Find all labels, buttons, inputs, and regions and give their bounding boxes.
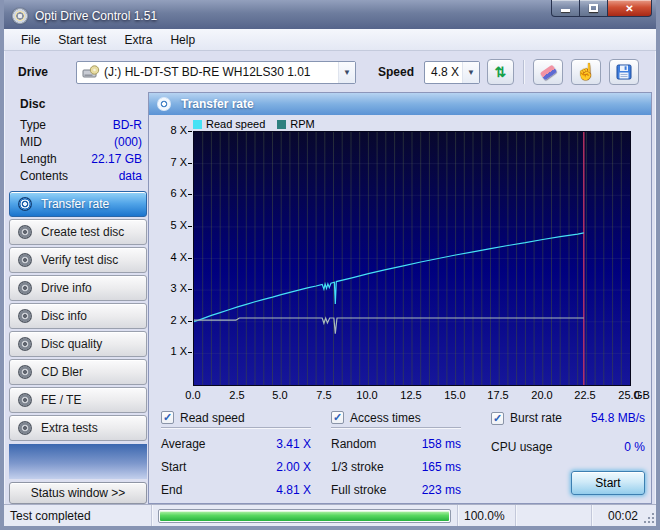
read-speed-swatch [193,120,202,129]
x-tick-20-0: 20.0 [531,389,552,401]
title-bar[interactable]: Opti Drive Control 1.51 ✕ [4,0,656,29]
x-tick-0-0: 0.0 [185,389,200,401]
erase-disc-button[interactable] [533,59,563,85]
sidebar-item-drive-info[interactable]: Drive info [9,275,147,301]
access-times-label: Access times [350,411,421,425]
toolbar: Drive (J:) HL-DT-ST BD-RE WH12LS30 1.01 … [4,52,656,92]
read-speed-checkbox[interactable]: ✓ [161,411,174,424]
sidebar-item-disc-info[interactable]: Disc info [9,303,147,329]
save-button[interactable] [609,59,639,85]
disc-icon [18,197,32,211]
minimize-button[interactable] [551,0,580,17]
maximize-button[interactable] [580,0,607,17]
speed-value: 4.8 X [431,65,459,79]
access-times-checkbox[interactable]: ✓ [331,411,344,424]
stat-random: Random 158 ms [331,428,461,451]
x-tick-2-5: 2.5 [229,389,244,401]
resize-grip[interactable] [644,505,656,526]
sidebar-item-transfer-rate[interactable]: Transfer rate [9,191,147,217]
x-tick-10-0: 10.0 [356,389,377,401]
app-window: Opti Drive Control 1.51 ✕ FileStart test… [0,0,660,530]
progress-percent: 100.0% [458,505,516,526]
access-times-stats: ✓ Access times Random 158 ms 1/3 stroke … [331,408,461,497]
eject-button[interactable]: ☝ [571,59,601,85]
start-button[interactable]: Start [571,471,645,495]
y-tick-5-x: 5 X [149,219,187,231]
sidebar-item-extra-tests[interactable]: Extra tests [9,415,147,441]
menu-bar: FileStart testExtraHelp [4,29,656,51]
transfer-rate-chart [194,132,630,385]
disc-info-type: Type BD-R [20,116,142,133]
stat-full-stroke: Full stroke 223 ms [331,474,461,497]
drive-select[interactable]: (J:) HL-DT-ST BD-RE WH12LS30 1.01 ▼ [76,61,356,84]
x-tick-22-5: 22.5 [574,389,595,401]
disc-icon [18,393,32,407]
stat-average: Average 3.41 X [161,428,311,451]
sidebar-item-cd-bler[interactable]: CD Bler [9,359,147,385]
sidebar-item-fe-te[interactable]: FE / TE [9,387,147,413]
sidebar-item-create-test-disc[interactable]: Create test disc [9,219,147,245]
transfer-rate-icon [157,97,171,111]
minimize-icon [561,9,570,12]
hand-icon: ☝ [576,64,596,80]
stat-1-3-stroke: 1/3 stroke 165 ms [331,451,461,474]
legend-rpm: RPM [277,118,314,130]
x-tick-12-5: 12.5 [400,389,421,401]
disc-info-mid: MID (000) [20,133,142,150]
drive-value: (J:) HL-DT-ST BD-RE WH12LS30 1.01 [104,65,311,79]
sidebar-filler [9,444,147,479]
menu-help[interactable]: Help [161,31,204,49]
panel-title: Transfer rate [181,97,254,111]
burst-rate-checkbox[interactable]: ✓ [491,412,504,425]
burst-stats: ✓ Burst rate 54.8 MB/s CPU usage 0 % [491,408,645,454]
y-tick-1-x: 1 X [149,345,187,357]
client-area: FileStart testExtraHelp Drive (J:) HL-DT… [4,29,656,526]
disc-icon [18,253,32,267]
stat-end: End 4.81 X [161,474,311,497]
window-title: Opti Drive Control 1.51 [35,9,157,23]
disc-info-contents: Contents data [20,167,142,184]
close-button[interactable]: ✕ [607,0,652,17]
x-axis-unit: GB [634,389,650,401]
disc-info-length: Length 22.17 GB [20,150,142,167]
menu-start-test[interactable]: Start test [49,31,115,49]
app-disc-icon [12,8,28,24]
close-icon: ✕ [625,3,633,14]
y-tick-8-x: 8 X [149,124,187,136]
cpu-usage-label: CPU usage [491,440,552,454]
menu-file[interactable]: File [12,31,49,49]
refresh-button[interactable]: ⇅ [487,59,514,85]
panel-header: Transfer rate [149,93,651,115]
status-window-button[interactable]: Status window >> [9,482,147,504]
read-speed-stats: ✓ Read speed Average 3.41 X Start 2.00 X… [161,408,311,497]
chevron-down-icon: ▼ [338,62,355,83]
window-controls: ✕ [551,0,652,17]
main-panel: Transfer rate Read speed RPM 8 X 7 X 6 X… [148,92,652,504]
sidebar-item-disc-quality[interactable]: Disc quality [9,331,147,357]
x-tick-5-0: 5.0 [272,389,287,401]
drive-icon [82,65,100,79]
sidebar-item-verify-test-disc[interactable]: Verify test disc [9,247,147,273]
y-tick-6-x: 6 X [149,187,187,199]
x-tick-17-5: 17.5 [487,389,508,401]
read-speed-label: Read speed [180,411,245,425]
drive-label: Drive [18,65,48,79]
disc-icon [18,309,32,323]
status-bar: Test completed 100.0% 00:02 [4,504,656,526]
disc-icon [18,337,32,351]
y-tick-2-x: 2 X [149,314,187,326]
legend-read-speed: Read speed [193,118,265,130]
speed-label: Speed [378,65,414,79]
rpm-swatch [277,120,286,129]
x-tick-7-5: 7.5 [316,389,331,401]
disc-icon [18,421,32,435]
chart-legend: Read speed RPM [193,118,315,130]
status-text: Test completed [4,505,152,526]
eraser-icon [539,64,556,80]
stat-start: Start 2.00 X [161,451,311,474]
speed-select[interactable]: 4.8 X ▼ [424,61,480,84]
y-tick-3-x: 3 X [149,282,187,294]
disc-icon [18,225,32,239]
menu-extra[interactable]: Extra [115,31,161,49]
elapsed-time: 00:02 [592,505,644,526]
